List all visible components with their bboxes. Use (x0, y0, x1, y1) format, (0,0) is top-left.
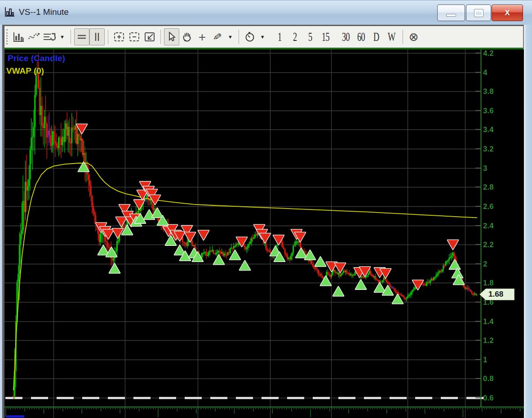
close-icon: X (505, 9, 510, 18)
y-axis-label: 2 (483, 260, 487, 269)
zoom-out-icon (129, 31, 140, 42)
timeframe-60-button[interactable]: 60 (354, 28, 368, 45)
zoom-fit-icon (144, 31, 155, 42)
price-chart-canvas[interactable] (4, 49, 524, 418)
chart-window-icon (4, 6, 16, 18)
zoom-in-button[interactable] (111, 28, 127, 45)
minimize-icon (446, 14, 456, 17)
interval-caret-icon[interactable]: ▼ (260, 34, 265, 40)
timeframe-label: 60 (357, 30, 365, 44)
legend-price-series[interactable]: Price (Candle) (8, 53, 65, 63)
y-axis-label: 2.4 (483, 222, 494, 231)
chart-window: VS--1 Minute X (0, 0, 532, 418)
chart-toolbar: ▼ (4, 26, 523, 48)
window-titlebar[interactable]: VS--1 Minute X (0, 0, 532, 25)
clock-icon (244, 31, 255, 42)
chart-style-line-button[interactable] (27, 28, 42, 45)
maximize-icon (474, 9, 483, 17)
y-axis-label: 1 (483, 356, 487, 365)
timeframe-day-button[interactable]: D (369, 28, 384, 45)
remove-indicator-button[interactable]: ⊗ (406, 28, 421, 45)
y-axis-label: 2.6 (483, 202, 494, 211)
maximize-button[interactable] (466, 4, 491, 21)
legend-vwap-series[interactable]: VWAP (0) (6, 66, 44, 76)
indicator-settings-button[interactable] (42, 28, 57, 45)
draw-tools-caret-icon[interactable]: ▼ (228, 34, 233, 40)
timeframe-1-button[interactable]: 1 (273, 28, 287, 45)
cursor-select-button[interactable] (164, 28, 179, 45)
y-axis-label: 1.2 (483, 336, 494, 345)
toolbar-separator (160, 30, 161, 44)
y-axis-label: 0.8 (483, 374, 494, 383)
timeframe-5-button[interactable]: 5 (303, 28, 318, 45)
crosshair-button[interactable]: + (195, 28, 210, 45)
timeframe-label: 1 (278, 30, 282, 44)
pan-hand-button[interactable] (179, 28, 195, 45)
timeframe-label: W (388, 30, 395, 44)
timeframe-15-button[interactable]: 15 (319, 28, 333, 45)
timeframe-2-button[interactable]: 2 (288, 28, 302, 45)
toolbar-separator (108, 30, 108, 44)
circle-x-icon: ⊗ (409, 32, 419, 42)
crosshair-icon: + (199, 32, 206, 42)
timeframe-30-button[interactable]: 30 (339, 28, 353, 45)
y-axis-label: 4 (483, 68, 487, 77)
y-axis-label: 0.6 (483, 394, 494, 403)
h-scrollbar-thumb[interactable] (6, 415, 24, 418)
zoom-reset-button[interactable] (142, 28, 157, 45)
last-price-value: 1.68 (486, 289, 514, 300)
vertical-lines-icon (92, 31, 102, 42)
zoom-in-icon (113, 31, 125, 42)
y-axis-label: 4.2 (483, 49, 494, 58)
horizontal-lines-icon (76, 32, 87, 41)
y-axis-label: 3.8 (483, 87, 494, 96)
hand-icon (182, 31, 192, 42)
horizontal-split-button[interactable] (74, 28, 89, 45)
vertical-split-button[interactable] (89, 28, 105, 45)
zoom-out-button[interactable] (127, 28, 142, 45)
window-title: VS--1 Minute (19, 7, 69, 17)
pencil-icon: ✎ (212, 31, 222, 43)
toolbar-separator (403, 30, 403, 44)
y-axis-label: 1.8 (483, 279, 494, 288)
y-axis-label: 3 (483, 164, 487, 173)
y-axis-label: 3.2 (483, 145, 494, 154)
chart-style-bars-button[interactable] (11, 28, 27, 45)
indicator-lines-icon (43, 32, 56, 42)
cursor-arrow-icon (167, 31, 177, 42)
close-button[interactable]: X (492, 4, 523, 21)
draw-pencil-button[interactable]: ✎ (210, 28, 225, 45)
timeframe-label: D (373, 30, 379, 44)
interval-clock-button[interactable] (242, 28, 257, 45)
price-tag-arrow-icon (480, 289, 486, 300)
toolbar-separator (71, 30, 71, 44)
line-chart-icon (28, 32, 40, 42)
y-axis-label: 2.8 (483, 183, 494, 192)
y-axis-label: 1.4 (483, 317, 494, 326)
timeframe-label: 5 (308, 30, 312, 44)
y-axis-label: 3.4 (483, 125, 494, 134)
timeframe-label: 2 (293, 30, 297, 44)
timeframe-week-button[interactable]: W (385, 28, 399, 45)
toolbar-separator (239, 30, 239, 44)
toolbar-grip[interactable] (6, 29, 8, 44)
y-axis-label: 2.2 (483, 240, 494, 249)
y-axis-label: 3.6 (483, 107, 494, 116)
chart-style-caret-icon[interactable]: ▼ (60, 34, 65, 40)
window-border-right (524, 25, 532, 418)
timeframe-label: 15 (322, 30, 329, 44)
timeframe-label: 30 (342, 30, 350, 44)
bar-chart-icon (13, 31, 25, 42)
last-price-tag: 1.68 (480, 289, 514, 300)
minimize-button[interactable] (437, 4, 465, 21)
chart-area: Price (Candle) VWAP (0) 4.243.83.63.43.2… (4, 49, 524, 418)
